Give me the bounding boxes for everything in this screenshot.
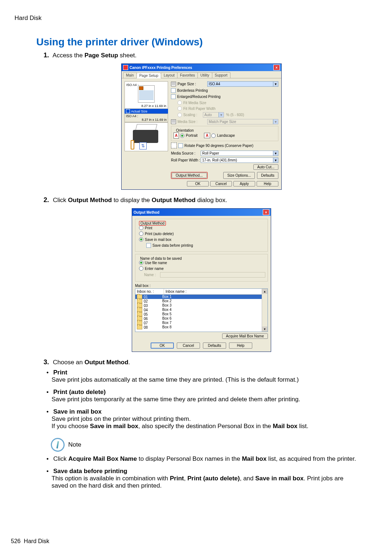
- tab-utility[interactable]: Utility: [197, 72, 212, 78]
- auto-cut-button[interactable]: Auto Cut...: [253, 164, 278, 170]
- titlebar: Output Method ×: [132, 209, 271, 216]
- page-size-preview: ISO A4 : 8.27 in x 11.69 in: [124, 81, 168, 109]
- save-before-label: Save data before printing: [152, 243, 193, 247]
- ok-button[interactable]: OK: [187, 181, 209, 186]
- list-item[interactable]: 03Box 3: [135, 303, 262, 308]
- data-name-legend: Name of data to be saved: [139, 257, 183, 260]
- option-title: Print: [53, 369, 68, 376]
- page-icon: [171, 82, 176, 86]
- help-button[interactable]: Help: [257, 181, 278, 186]
- window-title: Canon iPFxxxx Printing Preferences: [130, 66, 273, 70]
- ok-button[interactable]: OK: [151, 342, 174, 349]
- save-mailbox-radio[interactable]: [139, 237, 143, 242]
- name-input: [160, 272, 265, 278]
- step-number: 1.: [44, 52, 49, 59]
- note-list: Click Acquire Mail Box Name to display P…: [52, 455, 359, 489]
- size-options-button[interactable]: Size Options...: [223, 172, 255, 179]
- roll-width-label: Roll Paper Width :: [171, 158, 201, 162]
- col-inbox-no: Inbox no. :: [135, 289, 164, 294]
- enlarged-label: Enlarged/Reduced Printing: [177, 95, 221, 99]
- media-size-select: Match Page Size▾: [207, 119, 278, 124]
- scaling-label: Scaling :: [183, 113, 203, 117]
- tab-bar: Main Page Setup Layout Favorites Utility…: [122, 71, 281, 78]
- media-source-select[interactable]: Roll Paper▾: [201, 151, 278, 156]
- cancel-button[interactable]: Cancel: [177, 342, 200, 349]
- mailbox-list-label: Mail box :: [135, 284, 268, 288]
- tab-support[interactable]: Support: [212, 72, 230, 78]
- portrait-icon: A: [173, 132, 179, 139]
- tab-favorites[interactable]: Favorites: [177, 72, 198, 78]
- folder-icon: [137, 325, 142, 329]
- landscape-radio[interactable]: [211, 134, 216, 138]
- enter-name-label: Enter name: [145, 267, 164, 271]
- enlarged-checkbox[interactable]: [171, 94, 176, 99]
- defaults-button[interactable]: Defaults: [203, 342, 226, 349]
- printer-preview: ⇅: [124, 122, 168, 151]
- scrollbar[interactable]: ▴▾: [262, 289, 268, 332]
- tab-main[interactable]: Main: [123, 72, 137, 78]
- footer-page-number: 526: [11, 538, 21, 544]
- portrait-radio[interactable]: [180, 134, 184, 138]
- list-item[interactable]: 06Box 6: [135, 316, 262, 321]
- acquire-mailbox-button[interactable]: Acquire Mail Box Name: [222, 333, 268, 339]
- page-title: Using the printer driver (Windows): [36, 36, 381, 48]
- tab-page-setup[interactable]: Page Setup: [136, 73, 161, 78]
- list-header: Inbox no. : Inbox name :: [135, 289, 268, 295]
- page-setup-screenshot: Canon iPFxxxx Printing Preferences × Mai…: [44, 63, 359, 190]
- output-method-button[interactable]: Output Method...: [172, 173, 207, 178]
- list-item[interactable]: 04Box 4: [135, 308, 262, 312]
- roll-width-select[interactable]: 17-in. Roll (431.8mm)▾: [201, 157, 278, 163]
- page-size-label: Page Size :: [177, 82, 207, 86]
- option-save-in-mailbox: Save in mail box Save print jobs on the …: [52, 408, 359, 430]
- mailbox-listbox[interactable]: ▴▾ Inbox no. : Inbox name : 01Box 1 02Bo…: [135, 288, 268, 332]
- step-number: 2.: [44, 196, 49, 204]
- actual-size-toggle[interactable]: Actual Size: [124, 109, 168, 114]
- help-button[interactable]: Help: [229, 342, 252, 349]
- page: Hard Disk Using the printer driver (Wind…: [0, 0, 392, 554]
- apply-button[interactable]: Apply: [233, 181, 255, 186]
- list-item[interactable]: 08Box 8: [135, 325, 262, 329]
- rotate90-checkbox[interactable]: [178, 143, 183, 148]
- list-item[interactable]: 07Box 7: [135, 321, 262, 325]
- page-footer: 526 Hard Disk: [11, 538, 49, 545]
- iso-label: ISO A4 :: [126, 83, 139, 87]
- print-autodelete-radio[interactable]: [139, 231, 143, 236]
- output-method-legend: Output Method: [139, 221, 166, 226]
- note-subtitle: Save data before printing: [53, 468, 127, 475]
- option-text: Save print jobs temporarily at the same …: [52, 396, 300, 403]
- enter-name-radio[interactable]: [139, 266, 143, 271]
- chevron-down-icon: ▾: [273, 82, 278, 86]
- option-title: Print (auto delete): [53, 389, 106, 395]
- close-icon[interactable]: ×: [263, 209, 269, 215]
- cancel-button[interactable]: Cancel: [210, 181, 232, 186]
- defaults-button[interactable]: Defaults: [257, 172, 278, 179]
- print-radio[interactable]: [139, 226, 143, 230]
- tab-layout[interactable]: Layout: [161, 72, 177, 78]
- rotate-page-icon: ⇅: [139, 142, 147, 149]
- portrait-label: Portrait: [186, 134, 197, 138]
- media-source-label: Media Source :: [171, 151, 201, 155]
- close-icon[interactable]: ×: [273, 65, 280, 70]
- page-size-select[interactable]: ISO A4▾: [207, 81, 278, 87]
- use-file-label: Use file name: [145, 261, 167, 265]
- borderless-checkbox[interactable]: [171, 88, 176, 93]
- media-icon: [171, 119, 176, 124]
- fit-roll-label: Fit Roll Paper Width: [183, 107, 216, 111]
- use-file-radio[interactable]: [139, 260, 143, 265]
- list-item[interactable]: 05Box 5: [135, 312, 262, 316]
- fit-media-radio: [177, 100, 182, 105]
- option-text: Save print jobs on the printer without p…: [52, 415, 191, 422]
- list-item[interactable]: 02Box 2: [135, 299, 262, 303]
- note-item-acquire: Click Acquire Mail Box Name to display P…: [52, 455, 359, 463]
- running-header: Hard Disk: [15, 15, 381, 22]
- media-size-label: Media Size :: [177, 120, 207, 124]
- footer-section: Hard Disk: [24, 538, 49, 544]
- app-icon: [123, 65, 128, 70]
- option-print-auto-delete: Print (auto delete) Save print jobs temp…: [52, 389, 359, 403]
- list-item[interactable]: 01Box 1: [135, 295, 262, 299]
- name-label: Name :: [144, 273, 160, 277]
- step-2: 2. Click Output Method to display the Ou…: [44, 196, 359, 352]
- titlebar: Canon iPFxxxx Printing Preferences ×: [122, 64, 281, 71]
- step-text: Access the: [53, 52, 85, 59]
- save-before-checkbox[interactable]: [146, 243, 151, 248]
